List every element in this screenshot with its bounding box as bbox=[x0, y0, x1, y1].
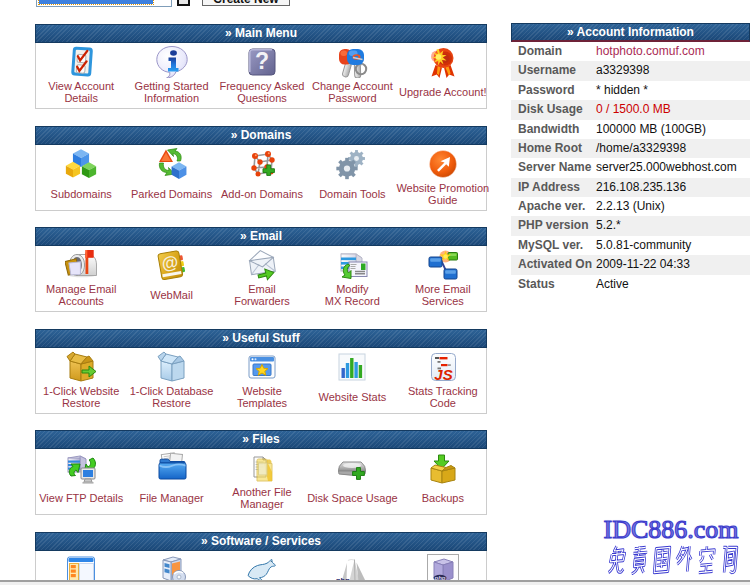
svg-text:@: @ bbox=[160, 252, 180, 274]
svg-text:JS: JS bbox=[434, 366, 452, 383]
svg-text:?: ? bbox=[255, 48, 269, 74]
